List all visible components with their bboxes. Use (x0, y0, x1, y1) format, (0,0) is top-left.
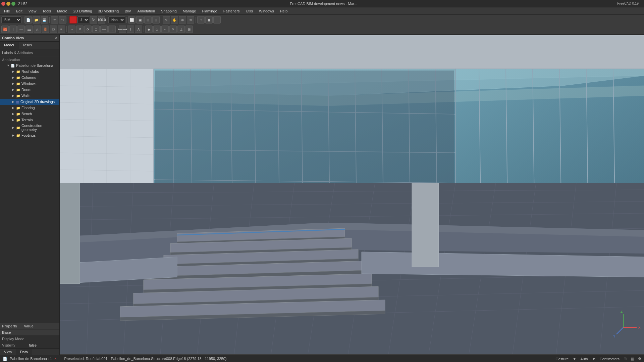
tree-item-original-2d[interactable]: ▶ ▦ Original 2D drawings (0, 99, 59, 105)
menu-bim[interactable]: BIM (122, 8, 134, 14)
close-doc-button[interactable]: × (54, 357, 56, 361)
expand-arrow-footings: ▶ (12, 134, 16, 137)
rotate-3d-tool[interactable]: ⟳ (84, 26, 92, 33)
layers-icon[interactable]: ▦ (631, 357, 634, 361)
save-button[interactable]: 💾 (41, 16, 48, 24)
snap-none-selector[interactable]: None (108, 16, 125, 23)
gesture-dropdown[interactable]: ▼ (573, 357, 576, 361)
workspace-selector[interactable]: BIM (1, 16, 21, 23)
menu-snapping[interactable]: Snapping (158, 8, 179, 14)
draw-style-selector[interactable]: Auto (77, 16, 89, 23)
tree-label-terrain: Terrain (21, 118, 58, 122)
menu-manage[interactable]: Manage (180, 8, 199, 14)
minimize-window-button[interactable] (6, 2, 10, 6)
door-tool[interactable]: 🚪 (42, 26, 49, 33)
snap-intersection[interactable]: ✕ (169, 26, 177, 33)
combo-view-close[interactable]: × (55, 36, 57, 40)
snap-grid[interactable]: ⊞ (185, 26, 193, 33)
slab-tool[interactable]: ▬ (25, 26, 33, 33)
rotate-button[interactable]: ↻ (187, 16, 194, 24)
title-bar: 21:52 FreeCAD BIM development news - Mar… (0, 0, 644, 7)
tree-item-construction[interactable]: ▶ 📁 Construction geometry (0, 123, 59, 132)
tasks-tab[interactable]: Tasks (18, 42, 36, 49)
color-picker[interactable] (69, 16, 77, 24)
model-tasks-tabs: Model Tasks (0, 42, 59, 49)
zoom-input-button[interactable] (98, 16, 105, 24)
svg-text:Z: Z (621, 310, 623, 313)
view-tab[interactable]: View (0, 349, 16, 355)
pan-button[interactable]: ✋ (171, 16, 178, 24)
tree-item-footings[interactable]: ▶ 📁 Footings (0, 132, 59, 138)
column-tool[interactable]: | (9, 26, 17, 33)
menu-3d-modeling[interactable]: 3D Modeling (95, 8, 121, 14)
zoom-input[interactable] (96, 18, 108, 22)
new-file-button[interactable]: 📄 (24, 16, 32, 24)
view-front-button[interactable]: ▣ (136, 16, 144, 24)
tree-item-flooring[interactable]: ▶ 📁 Flooring (0, 105, 59, 111)
view-right-button[interactable]: ⊟ (152, 16, 160, 24)
viewport[interactable]: X Z Y (60, 35, 644, 355)
menu-help[interactable]: Help (277, 8, 290, 14)
select-button[interactable]: ↖ (163, 16, 170, 24)
view-top-button[interactable]: ⊞ (144, 16, 152, 24)
view-all-button[interactable]: ⬜ (128, 16, 136, 24)
menu-tools[interactable]: Tools (40, 8, 54, 14)
points-button[interactable]: ⋯ (213, 16, 221, 24)
snap-endpoint[interactable]: ◆ (145, 26, 153, 33)
menu-windows[interactable]: Windows (256, 8, 277, 14)
window-tool[interactable]: ⬡ (50, 26, 57, 33)
shaded-button[interactable]: ◼ (205, 16, 213, 24)
tree-item-terrain[interactable]: ▶ 📁 Terrain (0, 117, 59, 123)
tree-item-bench[interactable]: ▶ 📁 Bench (0, 111, 59, 117)
toolbar-separator-8 (66, 26, 67, 32)
snap-midpoint[interactable]: ◇ (153, 26, 161, 33)
tree-item-pabellon[interactable]: ▼ 📄 Pabellon de Barcelona (0, 62, 59, 69)
roof-tool[interactable]: △ (34, 26, 41, 33)
menu-flamingo[interactable]: Flamingo (199, 8, 220, 14)
settings-icon[interactable]: ⚙ (638, 357, 641, 361)
menu-macro[interactable]: Macro (54, 8, 70, 14)
wireframe-button[interactable]: □ (197, 16, 205, 24)
open-file-button[interactable]: 📁 (33, 16, 40, 24)
beam-tool[interactable]: — (17, 26, 25, 33)
menu-edit[interactable]: Edit (13, 8, 25, 14)
toolbar-row-2: 🧱 | — ▬ △ 🚪 ⬡ ≡ ↔ ⧉ ⟳ :: ⟺ ↕ ⟵⟶ T A ◆ ◇ … (1, 25, 643, 34)
close-window-button[interactable] (1, 2, 5, 6)
toolbar-separator (23, 17, 23, 23)
wall-tool[interactable]: 🧱 (1, 26, 9, 33)
svg-rect-80 (412, 183, 439, 267)
copy-tool[interactable]: ⧉ (76, 26, 84, 33)
move-tool[interactable]: ↔ (68, 26, 75, 33)
text-tool[interactable]: T (127, 26, 134, 33)
data-tab[interactable]: Data (16, 349, 32, 355)
menu-annotation[interactable]: Annotation (135, 8, 158, 14)
snap-perpendicular[interactable]: ⊥ (177, 26, 185, 33)
tree-item-roof-slabs[interactable]: ▶ 📁 Roof slabs (0, 69, 59, 75)
tree-item-walls[interactable]: ▶ 📁 Walls (0, 93, 59, 99)
menu-2d-drafting[interactable]: 2D Drafting (71, 8, 95, 14)
stretch-tool[interactable]: ↕ (108, 26, 116, 33)
tree-label-roof-slabs: Roof slabs (21, 70, 58, 74)
tree-item-columns[interactable]: ▶ 📁 Columns (0, 75, 59, 81)
menu-file[interactable]: File (1, 8, 13, 14)
mirror-tool[interactable]: ⟺ (100, 26, 108, 33)
zoom-fit-button[interactable]: ⊕ (179, 16, 186, 24)
tree-item-windows[interactable]: ▶ 📁 Windows (0, 81, 59, 87)
menu-view[interactable]: View (26, 8, 39, 14)
annotation-tool[interactable]: A (135, 26, 142, 33)
undo-button[interactable]: ↶ (51, 16, 58, 24)
stairs-tool[interactable]: ≡ (58, 26, 65, 33)
array-tool[interactable]: :: (92, 26, 100, 33)
folder-icon-windows: 📁 (16, 82, 20, 86)
snap-center[interactable]: ○ (161, 26, 169, 33)
menu-utils[interactable]: Utils (243, 8, 256, 14)
maximize-window-button[interactable] (11, 2, 15, 6)
auto-dropdown[interactable]: ▼ (592, 357, 596, 361)
grid-icon[interactable]: ⊞ (624, 357, 627, 361)
menu-fasteners[interactable]: Fasteners (221, 8, 243, 14)
dimension-tool[interactable]: ⟵⟶ (119, 26, 126, 33)
window-controls[interactable] (1, 2, 15, 6)
model-tab[interactable]: Model (0, 42, 18, 49)
tree-item-doors[interactable]: ▶ 📁 Doors (0, 87, 59, 93)
redo-button[interactable]: ↷ (59, 16, 66, 24)
